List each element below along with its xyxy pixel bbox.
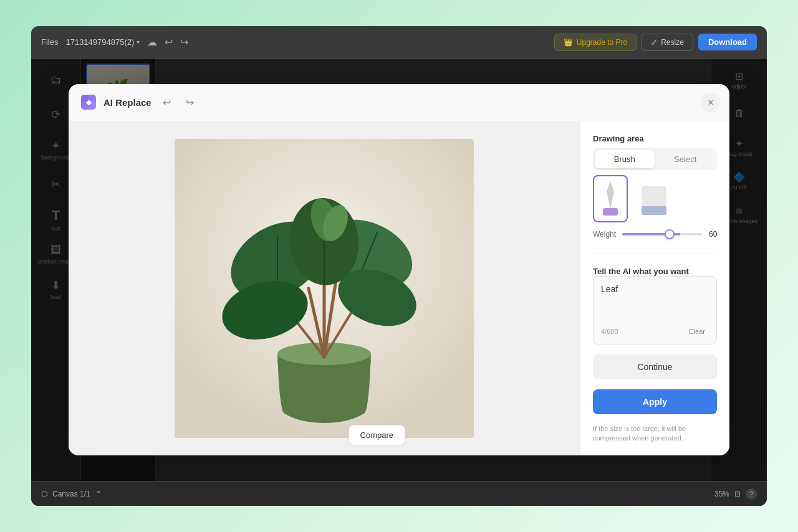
modal-header: ◆ AI Replace ↩ ↪	[69, 84, 729, 121]
prompt-footer: 4/600 Clear	[601, 326, 709, 336]
modal-overlay: × ◆ AI Replace ↩ ↪	[31, 59, 767, 481]
svg-rect-20	[642, 186, 666, 209]
bottom-right: 35% ⊡ ?	[714, 488, 757, 500]
brush-tab[interactable]: Brush	[595, 150, 655, 168]
bottom-bar: ⬡ Canvas 1/1 ⌃ 35% ⊡ ?	[31, 481, 767, 506]
modal-undo-button[interactable]: ↩	[159, 94, 175, 111]
prompt-text: Leaf	[601, 284, 709, 321]
brush-select-tabs: Brush Select	[593, 148, 717, 170]
resize-button[interactable]: ⤢ Resize	[642, 34, 693, 51]
main-content: 🗂 ⟳ ✦ background ✂ T text 🖼 product imag…	[31, 59, 767, 481]
resize-icon: ⤢	[651, 38, 657, 47]
canvas-label: Canvas 1/1	[52, 490, 90, 498]
layers-icon: ⬡	[41, 490, 47, 498]
weight-row: Weight 60	[593, 227, 717, 241]
ai-prompt-section: Tell the AI what you want Leaf 4/600 Cle…	[593, 267, 717, 344]
ai-replace-modal: × ◆ AI Replace ↩ ↪	[69, 84, 729, 456]
compare-button[interactable]: Compare	[349, 425, 405, 445]
fit-icon[interactable]: ⊡	[734, 490, 741, 498]
top-bar: Files 1713149794875(2) ▾ ☁ ↩ ↪ 👑 Upgrade…	[31, 26, 767, 59]
clear-button[interactable]: Clear	[685, 326, 709, 336]
brush-preview-2[interactable]	[635, 178, 673, 222]
modal-body: Compare Drawing area Brush Select	[69, 121, 729, 456]
apply-button[interactable]: Apply	[593, 389, 717, 414]
drawing-area-title: Drawing area	[593, 134, 717, 143]
cloud-icon[interactable]: ☁	[147, 36, 157, 48]
question-icon[interactable]: ?	[746, 488, 757, 500]
compress-note: If the size is too large, it will be com…	[593, 424, 717, 444]
undo-icon[interactable]: ↩	[165, 36, 173, 48]
download-button[interactable]: Download	[698, 34, 757, 50]
weight-slider[interactable]	[622, 233, 703, 235]
expand-icon[interactable]: ⌃	[95, 490, 102, 498]
diamond-icon: ◆	[86, 98, 92, 107]
zoom-level: 35%	[714, 490, 729, 498]
modal-right-panel: Drawing area Brush Select	[580, 121, 729, 456]
redo-icon[interactable]: ↪	[180, 36, 188, 48]
modal-tool-icon: ◆	[81, 95, 96, 110]
brush-preview-1[interactable]	[593, 175, 628, 222]
top-bar-right: 👑 Upgrade to Pro ⤢ Resize Download	[554, 34, 757, 51]
ai-prompt-title: Tell the AI what you want	[593, 267, 717, 276]
modal-image-area: Compare	[69, 121, 580, 456]
drawing-area-section: Drawing area Brush Select	[593, 134, 717, 241]
plant-image	[175, 139, 474, 438]
bottom-left: ⬡ Canvas 1/1 ⌃	[41, 490, 102, 498]
ai-prompt-area[interactable]: Leaf 4/600 Clear	[593, 276, 717, 344]
weight-value: 60	[709, 230, 717, 239]
files-button[interactable]: Files	[41, 37, 58, 47]
file-name-dropdown[interactable]: 1713149794875(2) ▾	[65, 37, 140, 47]
crown-icon: 👑	[564, 38, 573, 47]
modal-redo-button[interactable]: ↪	[182, 94, 198, 111]
modal-close-button[interactable]: ×	[701, 93, 721, 113]
char-count: 4/600	[601, 328, 618, 335]
divider-1	[593, 254, 717, 254]
continue-button[interactable]: Continue	[593, 354, 717, 379]
svg-rect-19	[603, 208, 618, 216]
select-tab[interactable]: Select	[656, 150, 716, 168]
chevron-down-icon: ▾	[137, 39, 140, 45]
brush-previews	[593, 170, 717, 227]
modal-title: AI Replace	[103, 97, 151, 108]
weight-label: Weight	[593, 230, 616, 239]
upgrade-button[interactable]: 👑 Upgrade to Pro	[554, 34, 637, 51]
top-bar-left: Files 1713149794875(2) ▾ ☁ ↩ ↪	[41, 36, 544, 48]
app-container: Files 1713149794875(2) ▾ ☁ ↩ ↪ 👑 Upgrade…	[31, 26, 767, 506]
top-bar-icons: ☁ ↩ ↪	[147, 36, 188, 48]
svg-marker-18	[607, 181, 614, 210]
svg-rect-21	[642, 206, 666, 215]
